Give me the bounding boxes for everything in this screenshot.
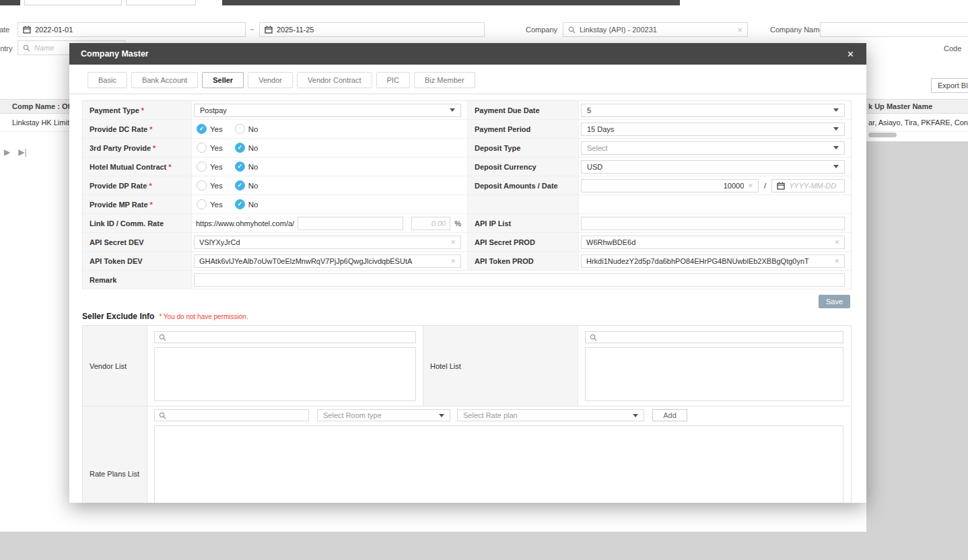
third-party-provide-no-radio[interactable]: ✓ (235, 143, 245, 153)
seller-form: Payment Type* Postpay Payment Due Date 5… (82, 100, 852, 289)
field-label-link-id-comm-rate: Link ID / Comm. Rate (83, 214, 192, 233)
permission-note: * You do not have permission. (159, 313, 248, 320)
export-blacklist-button[interactable]: Export Bla (931, 78, 968, 93)
deposit-amount-field[interactable] (586, 180, 744, 192)
rate-plan-search-input[interactable] (154, 409, 309, 421)
clear-icon[interactable]: × (834, 238, 839, 246)
cutoff-tab[interactable] (126, 0, 196, 5)
vendor-search-field[interactable] (170, 332, 411, 343)
field-hotel-mutual-contract: Yes ✓ No (192, 158, 468, 176)
deposit-amount-input[interactable]: × (581, 179, 759, 193)
api-token-prod-field[interactable] (586, 255, 830, 267)
clear-icon[interactable]: × (834, 256, 839, 265)
deposit-type-select[interactable]: Select (581, 141, 845, 155)
tab-bank-account[interactable]: Bank Account (131, 72, 198, 88)
field-api-token-dev: × (192, 252, 468, 271)
cutoff-tab[interactable] (24, 0, 122, 5)
company-name-label: Company Name (770, 26, 823, 34)
api-secret-dev-input[interactable]: × (194, 236, 461, 249)
hotel-search-input[interactable] (585, 331, 843, 343)
chevron-down-icon (833, 165, 839, 168)
date-from-value: 2022-01-01 (35, 26, 240, 34)
api-token-dev-field[interactable] (199, 255, 446, 267)
payment-period-select[interactable]: 15 Days (581, 123, 845, 136)
field-payment-due-date: 5 (579, 101, 851, 120)
hotel-list-box[interactable] (585, 347, 843, 401)
rate-plan-select[interactable]: Select Rate plan (457, 409, 644, 421)
link-url-prefix: https://www.ohmyhotel.com/a/ (196, 219, 294, 228)
field-3rd-party-provide: Yes ✓ No (192, 139, 468, 158)
provide-mp-rate-yes-radio[interactable] (197, 199, 207, 209)
cutoff-header-block (0, 0, 20, 5)
company-name-field[interactable] (825, 23, 968, 36)
comm-rate-field[interactable] (411, 217, 450, 230)
provide-dp-rate-no-radio[interactable]: ✓ (235, 180, 245, 190)
field-provide-dp-rate: Yes ✓ No (192, 176, 468, 195)
pagination: ▶ ▶| (4, 147, 27, 157)
tab-vendor[interactable]: Vendor (248, 72, 293, 88)
third-party-provide-yes-radio[interactable] (197, 143, 207, 153)
next-page-icon[interactable]: ▶ (4, 147, 10, 157)
close-icon[interactable]: ✕ (847, 49, 854, 59)
save-button[interactable]: Save (819, 295, 850, 308)
search-icon (568, 26, 576, 34)
link-id-field[interactable] (298, 217, 403, 230)
date-to-value: 2025-11-25 (277, 26, 479, 34)
provide-mp-rate-no-radio[interactable]: ✓ (235, 199, 245, 209)
last-page-icon[interactable]: ▶| (18, 147, 26, 157)
date-from-input[interactable]: 2022-01-01 (18, 22, 246, 37)
company-search-input[interactable]: Linkstay (API) - 200231 × (563, 22, 748, 37)
deposit-currency-select[interactable]: USD (581, 160, 845, 174)
api-secret-prod-field[interactable] (586, 236, 830, 248)
vendor-list-cell (147, 326, 423, 407)
company-search-value: Linkstay (API) - 200231 (580, 26, 733, 34)
remark-field[interactable] (194, 273, 845, 287)
api-secret-prod-input[interactable]: × (581, 236, 845, 249)
tab-biz-member[interactable]: Biz Member (414, 72, 475, 88)
api-token-dev-input[interactable]: × (194, 254, 461, 268)
deposit-date-input[interactable] (771, 179, 845, 193)
payment-type-select[interactable]: Postpay (194, 104, 461, 117)
payment-due-date-select[interactable]: 5 (581, 104, 845, 117)
rate-plans-box[interactable] (154, 425, 843, 503)
clear-icon[interactable]: × (450, 256, 456, 265)
tab-basic[interactable]: Basic (88, 72, 127, 88)
tab-vendor-contract[interactable]: Vendor Contract (297, 72, 372, 88)
field-label-api-secret-prod: API Secret PROD (468, 233, 579, 252)
field-label-api-secret-dev: API Secret DEV (83, 233, 192, 252)
vendor-list-box[interactable] (154, 347, 416, 401)
hotel-search-field[interactable] (601, 332, 839, 343)
api-token-prod-input[interactable]: × (581, 254, 845, 268)
chevron-down-icon (833, 108, 839, 112)
field-provide-mp-rate: Yes ✓ No (192, 195, 468, 214)
horizontal-scrollbar[interactable] (868, 133, 897, 137)
provide-dp-rate-yes-radio[interactable] (197, 180, 207, 190)
tab-pic[interactable]: PIC (376, 72, 410, 88)
rate-plan-search-field[interactable] (170, 410, 304, 421)
api-ip-list-input[interactable] (581, 217, 845, 230)
api-secret-dev-field[interactable] (199, 236, 446, 248)
hotel-mutual-contract-yes-radio[interactable] (197, 162, 207, 172)
clear-icon[interactable]: × (737, 26, 742, 34)
search-icon (159, 334, 166, 341)
clear-icon[interactable]: × (450, 238, 456, 246)
calendar-icon (265, 26, 273, 34)
deposit-date-field[interactable] (789, 180, 839, 192)
results-row-link-up-master: ar, Asiayo, Tira, PKFARE, Convergen (868, 118, 968, 127)
date-to-input[interactable]: 2025-11-25 (259, 22, 485, 37)
room-type-select[interactable]: Select Room type (317, 409, 450, 421)
company-name-input[interactable] (820, 22, 968, 37)
hotel-list-cell (578, 326, 850, 407)
tab-seller[interactable]: Seller (202, 72, 244, 88)
field-label-api-ip-list: API IP List (468, 214, 579, 233)
provide-dc-rate-yes-radio[interactable]: ✓ (197, 124, 207, 134)
hotel-mutual-contract-no-radio[interactable]: ✓ (235, 162, 245, 172)
vendor-list-label: Vendor List (83, 326, 147, 407)
seller-exclude-header: Seller Exclude Info * You do not have pe… (82, 312, 866, 321)
chevron-down-icon (450, 108, 455, 112)
api-ip-list-field[interactable] (586, 217, 839, 230)
provide-dc-rate-no-radio[interactable] (235, 124, 245, 134)
add-button[interactable]: Add (652, 409, 687, 421)
vendor-search-input[interactable] (154, 331, 416, 343)
clear-icon[interactable]: × (748, 181, 753, 190)
